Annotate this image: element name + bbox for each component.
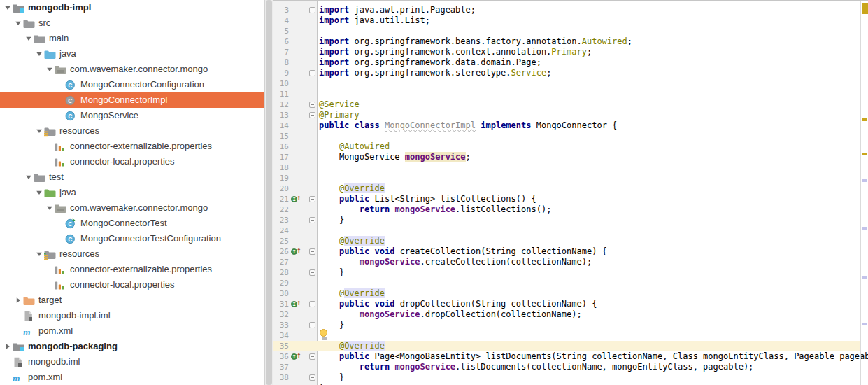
code-line[interactable]: @Override [318, 183, 385, 194]
tree-item-mongodb-impl-iml[interactable]: mongodb-impl.iml [0, 308, 264, 323]
fold-region-start-icon[interactable] [309, 248, 315, 255]
fold-region-end-icon[interactable] [309, 322, 315, 328]
line-number[interactable]: 32 [273, 309, 289, 320]
fold-region-end-icon[interactable] [309, 374, 315, 381]
chevron-open-icon[interactable] [45, 66, 55, 73]
intention-lightbulb-icon[interactable] [320, 329, 328, 340]
tree-item-pom-xml[interactable]: mpom.xml [0, 323, 264, 339]
tree-item-java[interactable]: java [0, 185, 264, 200]
line-number[interactable]: 17 [273, 152, 289, 162]
line-number[interactable]: 19 [273, 173, 289, 183]
line-number[interactable]: 24 [273, 225, 289, 236]
error-stripe-mark[interactable] [862, 323, 867, 326]
tree-scrollbar-thumb[interactable] [266, 0, 272, 385]
line-number[interactable]: 29 [273, 278, 289, 288]
fold-region-end-icon[interactable] [309, 217, 315, 223]
line-number[interactable]: 4 [273, 15, 289, 26]
tree-item-com-wavemaker-connector-mongo[interactable]: com.wavemaker.connector.mongo [0, 200, 264, 216]
line-number[interactable]: 18 [273, 162, 289, 173]
line-number[interactable]: 26 [273, 246, 289, 257]
line-number[interactable]: 11 [273, 89, 289, 99]
tree-item-connector-externalizable-properties[interactable]: connector-externalizable.properties [0, 262, 264, 277]
line-number[interactable]: 33 [273, 320, 289, 330]
code-line[interactable]: } [318, 372, 344, 383]
implementing-method-icon[interactable]: I↑ [291, 246, 302, 257]
tree-item-mongodb-packaging[interactable]: mongodb-packaging [0, 339, 264, 354]
chevron-open-icon[interactable] [45, 204, 55, 211]
code-line[interactable]: @Primary [318, 110, 360, 120]
code-line[interactable]: import org.springframework.data.domain.P… [318, 57, 541, 68]
chevron-open-icon[interactable] [3, 4, 13, 11]
code-line[interactable]: @Override [318, 341, 385, 351]
tree-item-pom-xml[interactable]: mpom.xml [0, 370, 264, 385]
code-line[interactable]: import org.springframework.beans.factory… [318, 36, 632, 47]
code-line[interactable]: @Override [318, 288, 385, 299]
tree-item-resources[interactable]: resources [0, 123, 264, 139]
implementing-method-icon[interactable]: I↑ [291, 299, 302, 309]
line-number[interactable]: 34 [273, 330, 289, 341]
fold-region-start-icon[interactable] [309, 102, 315, 108]
code-line[interactable]: @Autowired [318, 141, 390, 152]
line-number[interactable]: 23 [273, 215, 289, 225]
line-number[interactable]: 10 [273, 78, 289, 89]
line-number[interactable]: 22 [273, 204, 289, 215]
tree-item-connector-externalizable-properties[interactable]: connector-externalizable.properties [0, 139, 264, 154]
tree-item-connector-local-properties[interactable]: connector-local.properties [0, 277, 264, 293]
code-line[interactable]: mongoService.dropCollection(collectionNa… [318, 309, 582, 320]
line-number[interactable]: 28 [273, 267, 289, 278]
tree-item-mongoconnectortestconfiguration[interactable]: CMongoConnectorTestConfiguration [0, 231, 264, 246]
line-number[interactable]: 3 [273, 5, 289, 15]
tree-item-mongodb-iml[interactable]: mongodb.iml [0, 354, 264, 370]
line-number[interactable]: 30 [273, 288, 289, 299]
fold-region-end-icon[interactable] [309, 112, 315, 118]
code-editor[interactable]: 3import java.awt.print.Pageable;4import … [273, 0, 868, 385]
line-number[interactable]: 31 [273, 299, 289, 309]
line-number[interactable]: 21 [273, 194, 289, 204]
tree-item-main[interactable]: main [0, 31, 264, 46]
fold-region-start-icon[interactable] [309, 7, 315, 13]
code-line[interactable]: import java.awt.print.Pageable; [318, 5, 476, 15]
implementing-method-icon[interactable]: I↑ [291, 194, 302, 204]
line-number[interactable]: 38 [273, 372, 289, 383]
error-stripe-mark[interactable] [862, 118, 867, 121]
error-stripe-mark[interactable] [862, 227, 867, 230]
tree-item-mongoconnectortest[interactable]: CMongoConnectorTest [0, 216, 264, 231]
error-stripe-mark[interactable] [862, 153, 867, 155]
line-number[interactable]: 5 [273, 26, 289, 36]
line-number[interactable]: 36 [273, 351, 289, 362]
chevron-open-icon[interactable] [24, 174, 34, 181]
line-number[interactable]: 7 [273, 47, 289, 57]
fold-region-start-icon[interactable] [309, 354, 315, 360]
tree-item-src[interactable]: src [0, 15, 264, 31]
code-line[interactable]: } [318, 267, 344, 278]
line-number[interactable]: 20 [273, 183, 289, 194]
code-line[interactable]: mongoService.createCollection(collection… [318, 257, 592, 267]
code-line[interactable]: public List<String> listCollections() { [318, 194, 536, 204]
tree-item-com-wavemaker-connector-mongo[interactable]: com.wavemaker.connector.mongo [0, 62, 264, 77]
code-line[interactable]: return mongoService.listDocuments(collec… [318, 362, 753, 372]
code-line[interactable]: @Service [318, 99, 360, 110]
implementing-method-icon[interactable]: I↑ [291, 351, 302, 362]
inspection-status-indicator[interactable] [862, 3, 868, 14]
chevron-open-icon[interactable] [34, 50, 44, 57]
tree-item-java[interactable]: java [0, 46, 264, 62]
code-line[interactable]: import org.springframework.context.annot… [318, 47, 592, 57]
fold-region-end-icon[interactable] [309, 70, 315, 76]
tree-item-mongoservice[interactable]: CMongoService [0, 108, 264, 123]
line-number[interactable]: 27 [273, 257, 289, 267]
fold-region-start-icon[interactable] [309, 196, 315, 202]
line-number[interactable]: 9 [273, 68, 289, 78]
error-stripe-mark[interactable] [862, 276, 867, 279]
code-line[interactable]: import java.util.List; [318, 15, 430, 26]
line-number[interactable]: 25 [273, 236, 289, 246]
chevron-open-icon[interactable] [34, 251, 44, 258]
tree-item-target[interactable]: target [0, 293, 264, 308]
line-number[interactable]: 8 [273, 57, 289, 68]
chevron-open-icon[interactable] [13, 20, 23, 27]
code-line[interactable]: @Override [318, 236, 385, 246]
code-line[interactable]: import org.springframework.stereotype.Se… [318, 68, 551, 78]
chevron-open-icon[interactable] [24, 35, 34, 42]
error-stripe-mark[interactable] [862, 179, 867, 182]
code-line[interactable]: public class MongoConnectorImpl implemen… [318, 120, 617, 131]
line-number[interactable]: 16 [273, 141, 289, 152]
